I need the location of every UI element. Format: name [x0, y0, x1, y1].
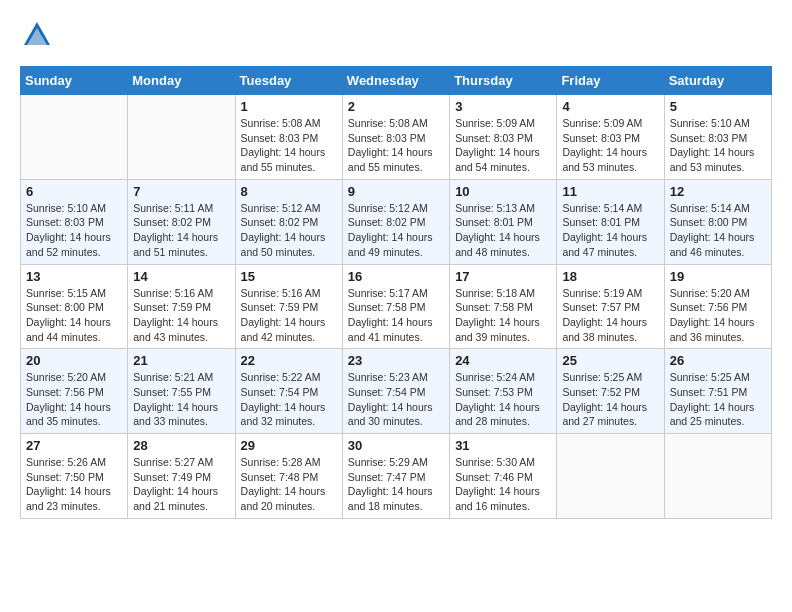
day-info: Sunrise: 5:20 AM Sunset: 7:56 PM Dayligh… — [670, 286, 766, 345]
day-info: Sunrise: 5:20 AM Sunset: 7:56 PM Dayligh… — [26, 370, 122, 429]
day-info: Sunrise: 5:18 AM Sunset: 7:58 PM Dayligh… — [455, 286, 551, 345]
calendar-cell: 14Sunrise: 5:16 AM Sunset: 7:59 PM Dayli… — [128, 264, 235, 349]
calendar-cell: 12Sunrise: 5:14 AM Sunset: 8:00 PM Dayli… — [664, 179, 771, 264]
day-number: 25 — [562, 353, 658, 368]
page-header — [20, 20, 772, 56]
day-info: Sunrise: 5:08 AM Sunset: 8:03 PM Dayligh… — [241, 116, 337, 175]
day-info: Sunrise: 5:08 AM Sunset: 8:03 PM Dayligh… — [348, 116, 444, 175]
day-number: 30 — [348, 438, 444, 453]
day-info: Sunrise: 5:10 AM Sunset: 8:03 PM Dayligh… — [670, 116, 766, 175]
day-number: 10 — [455, 184, 551, 199]
calendar-cell: 23Sunrise: 5:23 AM Sunset: 7:54 PM Dayli… — [342, 349, 449, 434]
weekday-header: Sunday — [21, 67, 128, 95]
day-info: Sunrise: 5:25 AM Sunset: 7:52 PM Dayligh… — [562, 370, 658, 429]
day-number: 8 — [241, 184, 337, 199]
day-number: 31 — [455, 438, 551, 453]
weekday-header: Tuesday — [235, 67, 342, 95]
day-number: 28 — [133, 438, 229, 453]
day-info: Sunrise: 5:09 AM Sunset: 8:03 PM Dayligh… — [562, 116, 658, 175]
calendar-cell: 17Sunrise: 5:18 AM Sunset: 7:58 PM Dayli… — [450, 264, 557, 349]
calendar-body: 1Sunrise: 5:08 AM Sunset: 8:03 PM Daylig… — [21, 95, 772, 519]
calendar-cell: 4Sunrise: 5:09 AM Sunset: 8:03 PM Daylig… — [557, 95, 664, 180]
day-info: Sunrise: 5:16 AM Sunset: 7:59 PM Dayligh… — [133, 286, 229, 345]
day-number: 21 — [133, 353, 229, 368]
day-info: Sunrise: 5:13 AM Sunset: 8:01 PM Dayligh… — [455, 201, 551, 260]
day-info: Sunrise: 5:23 AM Sunset: 7:54 PM Dayligh… — [348, 370, 444, 429]
day-number: 20 — [26, 353, 122, 368]
weekday-header: Wednesday — [342, 67, 449, 95]
day-number: 5 — [670, 99, 766, 114]
day-number: 3 — [455, 99, 551, 114]
calendar-week-row: 6Sunrise: 5:10 AM Sunset: 8:03 PM Daylig… — [21, 179, 772, 264]
calendar-cell: 28Sunrise: 5:27 AM Sunset: 7:49 PM Dayli… — [128, 434, 235, 519]
calendar-cell: 22Sunrise: 5:22 AM Sunset: 7:54 PM Dayli… — [235, 349, 342, 434]
day-number: 24 — [455, 353, 551, 368]
day-number: 9 — [348, 184, 444, 199]
calendar-week-row: 27Sunrise: 5:26 AM Sunset: 7:50 PM Dayli… — [21, 434, 772, 519]
day-info: Sunrise: 5:29 AM Sunset: 7:47 PM Dayligh… — [348, 455, 444, 514]
calendar-cell: 16Sunrise: 5:17 AM Sunset: 7:58 PM Dayli… — [342, 264, 449, 349]
day-number: 16 — [348, 269, 444, 284]
calendar-cell: 19Sunrise: 5:20 AM Sunset: 7:56 PM Dayli… — [664, 264, 771, 349]
day-info: Sunrise: 5:12 AM Sunset: 8:02 PM Dayligh… — [348, 201, 444, 260]
day-info: Sunrise: 5:14 AM Sunset: 8:00 PM Dayligh… — [670, 201, 766, 260]
day-info: Sunrise: 5:09 AM Sunset: 8:03 PM Dayligh… — [455, 116, 551, 175]
calendar-header-row: SundayMondayTuesdayWednesdayThursdayFrid… — [21, 67, 772, 95]
day-number: 27 — [26, 438, 122, 453]
calendar-cell: 15Sunrise: 5:16 AM Sunset: 7:59 PM Dayli… — [235, 264, 342, 349]
day-number: 29 — [241, 438, 337, 453]
day-info: Sunrise: 5:15 AM Sunset: 8:00 PM Dayligh… — [26, 286, 122, 345]
calendar-cell: 29Sunrise: 5:28 AM Sunset: 7:48 PM Dayli… — [235, 434, 342, 519]
day-number: 13 — [26, 269, 122, 284]
day-info: Sunrise: 5:10 AM Sunset: 8:03 PM Dayligh… — [26, 201, 122, 260]
day-info: Sunrise: 5:17 AM Sunset: 7:58 PM Dayligh… — [348, 286, 444, 345]
weekday-header: Friday — [557, 67, 664, 95]
calendar-cell: 25Sunrise: 5:25 AM Sunset: 7:52 PM Dayli… — [557, 349, 664, 434]
logo-icon — [22, 20, 52, 50]
day-info: Sunrise: 5:30 AM Sunset: 7:46 PM Dayligh… — [455, 455, 551, 514]
day-number: 1 — [241, 99, 337, 114]
day-info: Sunrise: 5:11 AM Sunset: 8:02 PM Dayligh… — [133, 201, 229, 260]
calendar-cell — [664, 434, 771, 519]
day-number: 7 — [133, 184, 229, 199]
calendar-cell: 13Sunrise: 5:15 AM Sunset: 8:00 PM Dayli… — [21, 264, 128, 349]
logo — [20, 20, 52, 56]
day-number: 23 — [348, 353, 444, 368]
day-number: 18 — [562, 269, 658, 284]
calendar-cell: 26Sunrise: 5:25 AM Sunset: 7:51 PM Dayli… — [664, 349, 771, 434]
calendar-cell — [557, 434, 664, 519]
calendar-cell: 2Sunrise: 5:08 AM Sunset: 8:03 PM Daylig… — [342, 95, 449, 180]
day-info: Sunrise: 5:26 AM Sunset: 7:50 PM Dayligh… — [26, 455, 122, 514]
calendar-cell: 27Sunrise: 5:26 AM Sunset: 7:50 PM Dayli… — [21, 434, 128, 519]
day-info: Sunrise: 5:12 AM Sunset: 8:02 PM Dayligh… — [241, 201, 337, 260]
calendar-cell: 11Sunrise: 5:14 AM Sunset: 8:01 PM Dayli… — [557, 179, 664, 264]
day-number: 2 — [348, 99, 444, 114]
calendar-table: SundayMondayTuesdayWednesdayThursdayFrid… — [20, 66, 772, 519]
calendar-cell: 21Sunrise: 5:21 AM Sunset: 7:55 PM Dayli… — [128, 349, 235, 434]
calendar-cell: 10Sunrise: 5:13 AM Sunset: 8:01 PM Dayli… — [450, 179, 557, 264]
day-number: 22 — [241, 353, 337, 368]
day-info: Sunrise: 5:28 AM Sunset: 7:48 PM Dayligh… — [241, 455, 337, 514]
day-info: Sunrise: 5:24 AM Sunset: 7:53 PM Dayligh… — [455, 370, 551, 429]
calendar-cell: 6Sunrise: 5:10 AM Sunset: 8:03 PM Daylig… — [21, 179, 128, 264]
weekday-header: Thursday — [450, 67, 557, 95]
calendar-cell: 20Sunrise: 5:20 AM Sunset: 7:56 PM Dayli… — [21, 349, 128, 434]
calendar-cell: 1Sunrise: 5:08 AM Sunset: 8:03 PM Daylig… — [235, 95, 342, 180]
calendar-cell: 8Sunrise: 5:12 AM Sunset: 8:02 PM Daylig… — [235, 179, 342, 264]
day-number: 14 — [133, 269, 229, 284]
day-info: Sunrise: 5:14 AM Sunset: 8:01 PM Dayligh… — [562, 201, 658, 260]
day-info: Sunrise: 5:19 AM Sunset: 7:57 PM Dayligh… — [562, 286, 658, 345]
calendar-cell: 18Sunrise: 5:19 AM Sunset: 7:57 PM Dayli… — [557, 264, 664, 349]
calendar-cell: 9Sunrise: 5:12 AM Sunset: 8:02 PM Daylig… — [342, 179, 449, 264]
day-info: Sunrise: 5:21 AM Sunset: 7:55 PM Dayligh… — [133, 370, 229, 429]
day-info: Sunrise: 5:22 AM Sunset: 7:54 PM Dayligh… — [241, 370, 337, 429]
calendar-cell: 31Sunrise: 5:30 AM Sunset: 7:46 PM Dayli… — [450, 434, 557, 519]
day-number: 6 — [26, 184, 122, 199]
day-number: 4 — [562, 99, 658, 114]
day-info: Sunrise: 5:27 AM Sunset: 7:49 PM Dayligh… — [133, 455, 229, 514]
calendar-week-row: 1Sunrise: 5:08 AM Sunset: 8:03 PM Daylig… — [21, 95, 772, 180]
day-number: 17 — [455, 269, 551, 284]
weekday-header: Monday — [128, 67, 235, 95]
calendar-cell — [128, 95, 235, 180]
day-number: 19 — [670, 269, 766, 284]
